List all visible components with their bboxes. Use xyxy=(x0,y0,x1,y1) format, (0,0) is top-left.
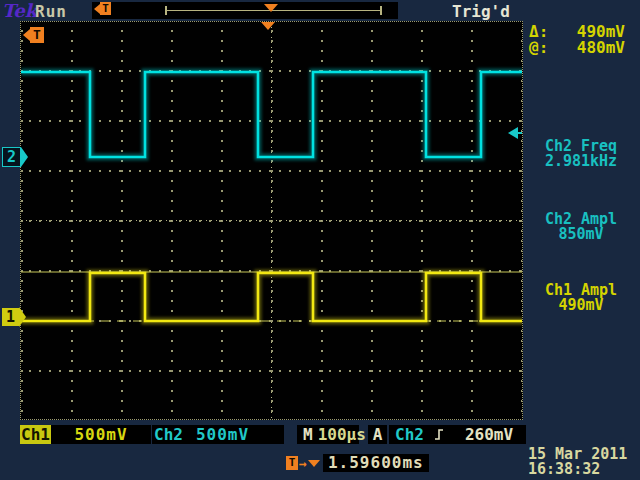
right-arrow-icon xyxy=(21,147,28,167)
ch2-trace xyxy=(21,72,522,157)
trigger-t-glyph: T xyxy=(100,2,111,15)
trigger-t-glyph: T xyxy=(30,27,44,43)
ch1-marker-label: 1 xyxy=(2,308,19,326)
trigger-t-glyph: T xyxy=(286,456,298,470)
tek-logo: Tek xyxy=(2,0,37,21)
ch2-scale-readout: Ch2 500mV xyxy=(152,425,284,444)
trigger-readout: Ch2 260mV xyxy=(389,425,526,444)
down-triangle-icon xyxy=(308,460,320,467)
cursor-at-readout: @: 480mV xyxy=(529,38,625,57)
date-time: 15 Mar 2011 16:38:32 xyxy=(528,447,627,477)
time: 16:38:32 xyxy=(528,460,600,478)
ch2-trace xyxy=(21,72,522,157)
at-value: 480mV xyxy=(577,38,625,57)
ch2-ampl-value: 850mV xyxy=(524,227,638,242)
delay-value: 1.59600ms xyxy=(323,454,429,472)
ch2-ground-marker: 2 xyxy=(2,147,28,167)
trigger-mode-label: A xyxy=(368,425,387,444)
ch2-freq-measurement: Ch2 Freq 2.981kHz xyxy=(524,139,638,169)
trigger-offscreen-marker-icon: T xyxy=(23,27,44,43)
ch1-badge: Ch1 xyxy=(20,425,51,444)
timebase-value: 100µs xyxy=(318,425,366,444)
ch1-scale-readout: 500mV xyxy=(51,425,151,444)
left-arrow-icon xyxy=(23,29,30,41)
ch1-ampl-measurement: Ch1 Ampl 490mV xyxy=(524,283,638,313)
timebase-readout: M 100µs xyxy=(297,425,359,444)
ch2-label: Ch2 xyxy=(154,425,183,444)
timebase-label: M xyxy=(303,425,313,444)
graticule-screen: T xyxy=(20,21,523,420)
rising-edge-icon xyxy=(434,428,444,441)
trigger-marker-icon: T xyxy=(94,2,111,15)
ch2-ampl-measurement: Ch2 Ampl 850mV xyxy=(524,212,638,242)
at-label: @: xyxy=(529,38,548,57)
horizontal-delay-readout: T → 1.59600ms xyxy=(286,454,429,472)
ch1-trace xyxy=(21,273,522,321)
trigger-position-triangle-icon xyxy=(264,4,278,12)
ch1-ground-marker: 1 xyxy=(2,307,26,327)
trigger-status: Trig'd xyxy=(452,2,510,21)
trigger-level-value: 260mV xyxy=(465,425,513,444)
right-arrow-icon xyxy=(19,307,26,327)
trigger-time-marker-icon xyxy=(261,22,275,30)
ch1-ampl-value: 490mV xyxy=(524,298,638,313)
trigger-source: Ch2 xyxy=(395,425,424,444)
right-arrow-icon: → xyxy=(299,456,307,471)
ch2-marker-label: 2 xyxy=(2,147,21,167)
ch2-scale-value: 500mV xyxy=(196,425,249,444)
acquisition-status: Run xyxy=(35,2,67,21)
waveform-plot xyxy=(21,22,522,419)
record-view-bar: T xyxy=(92,2,398,19)
oscilloscope-display: Tek Run T Trig'd T 2 xyxy=(0,0,640,480)
trigger-level-arrow-icon xyxy=(508,127,518,139)
ch1-trace xyxy=(21,273,522,321)
ch2-freq-value: 2.981kHz xyxy=(524,154,638,169)
